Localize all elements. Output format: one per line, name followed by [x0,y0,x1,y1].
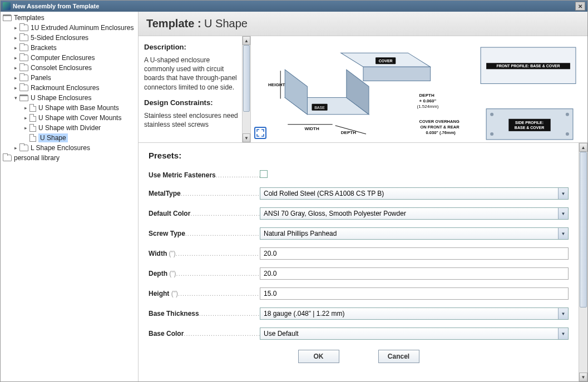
tree-label: 5-Sided Enclosures [31,34,88,42]
template-preview: BASE BASE HEIGHT WIDTH DEPTH [251,36,587,142]
tree-item[interactable]: ▸U Shape with Cover Mounts [1,113,138,123]
tree-label: personal library [14,154,60,162]
field-metaltype: MetalType Cold Rolled Steel (CRS A1008 C… [149,187,569,200]
file-icon [29,104,36,112]
field-width: Width (") [149,247,569,260]
depth-input[interactable] [260,267,569,280]
tree-item[interactable]: ▸L Shape Enclosures [1,143,138,153]
scroll-thumb[interactable] [580,152,587,307]
expand-icon[interactable]: ▸ [13,145,18,151]
window-title: New Assembly from Template [13,3,99,9]
diagram-front-profile: FRONT PROFILE: BASE & COVER [496,64,560,68]
diagram-cover-label: COVER [379,59,393,63]
tree-root-templates[interactable]: Templates [1,13,138,23]
expand-icon[interactable]: ▸ [13,25,18,31]
tree-label: Rackmount Enclosures [31,84,99,92]
baseth-label: Base Thickness [149,310,199,317]
basec-label: Base Color [149,330,184,338]
color-select[interactable]: ANSI 70 Gray, Gloss, Smooth Polyester Po… [260,207,569,220]
svg-point-13 [490,113,493,116]
baseth-select[interactable]: 18 gauge (.048" | 1.22 mm)▼ [260,307,569,320]
diagram-overhang1: COVER OVERHANG [419,119,459,124]
file-icon [29,114,36,122]
screw-select[interactable]: Natural Phillips Panhead▼ [260,227,569,240]
constraints-body: Stainless steel enclosures need stainles… [144,111,239,129]
metaltype-value: Cold Rolled Steel (CRS A1008 CS TP B) [264,190,384,197]
tree-item[interactable]: ▸Rackmount Enclosures [1,83,138,93]
diagram-depth-note2: + 0.060" [419,98,437,103]
scroll-track[interactable] [579,152,587,373]
svg-point-15 [490,132,493,136]
tree-item-selected[interactable]: U Shape [1,133,138,143]
depth-unit: (") [169,270,176,277]
tree-item[interactable]: ▸5-Sided Enclosures [1,33,138,43]
tree-item[interactable]: ▸U Shape with Base Mounts [1,103,138,113]
expand-icon[interactable]: ▸ [13,45,18,51]
presets-scrollbar[interactable]: ▲ ▼ [579,143,587,381]
tree-item[interactable]: ▸Consolet Enclosures [1,63,138,73]
folder-open-icon [19,95,28,101]
template-tree: Templates ▸1U Extruded Aluminum Enclosur… [1,12,139,381]
folder-icon [19,54,28,61]
presets-section: Presets: Use Metric Fasteners MetalType … [139,143,587,381]
tree-item[interactable]: ▸1U Extruded Aluminum Enclosures [1,23,138,33]
chevron-down-icon: ▼ [558,208,568,219]
field-height: Height (") [149,287,569,300]
folder-icon [19,44,28,51]
expand-icon[interactable]: ▸ [23,125,28,131]
field-screwtype: Screw Type Natural Phillips Panhead▼ [149,227,569,240]
chevron-down-icon: ▼ [558,228,568,239]
color-value: ANSI 70 Gray, Gloss, Smooth Polyester Po… [264,210,406,217]
tree-item-ushape-folder[interactable]: ▾U Shape Enclosures [1,93,138,103]
cancel-button[interactable]: Cancel [378,350,419,363]
basec-select[interactable]: Use Default▼ [260,328,569,340]
constraints-heading: Design Constraints: [144,98,239,107]
height-label: Height [149,290,169,297]
presets-body: Presets: Use Metric Fasteners MetalType … [139,143,579,381]
tree-item[interactable]: ▸Panels [1,73,138,83]
expand-icon[interactable]: ▸ [13,85,18,91]
tree-label: Consolet Enclosures [31,64,92,72]
tree-label: U Shape [38,133,68,142]
file-icon [29,124,36,132]
expand-preview-button[interactable] [254,127,266,139]
expand-icon [256,129,264,137]
close-button[interactable]: ✕ [575,2,585,11]
folder-icon [19,24,28,31]
diagram-overhang2: ON FRONT & REAR [421,125,460,130]
metric-checkbox[interactable] [260,170,268,178]
scroll-up-icon[interactable]: ▲ [579,143,587,152]
tree-item[interactable]: ▸Brackets [1,43,138,53]
expand-icon[interactable]: ▸ [13,75,18,81]
template-title-name: U Shape [204,17,248,29]
expand-icon[interactable]: ▸ [23,115,28,121]
expand-icon[interactable]: ▸ [13,35,18,41]
field-metric: Use Metric Fasteners [149,170,569,180]
height-unit: (") [171,290,178,297]
expand-icon[interactable]: ▸ [23,105,28,111]
scroll-thumb[interactable] [243,45,250,112]
tree-item[interactable]: ▸Computer Enclosures [1,53,138,63]
tree-root-personal[interactable]: personal library [1,153,138,163]
scroll-down-icon[interactable]: ▼ [579,373,587,381]
scroll-up-icon[interactable]: ▲ [243,36,250,45]
expand-icon[interactable]: ▸ [13,55,18,61]
expand-icon[interactable]: ▸ [13,65,18,71]
template-title: Template : U Shape [146,17,580,30]
tree-item[interactable]: ▸U Shape with Divider [1,123,138,133]
height-input[interactable] [260,287,569,300]
svg-point-16 [566,132,569,136]
description-scrollbar[interactable]: ▲ ▼ [242,36,251,142]
metaltype-select[interactable]: Cold Rolled Steel (CRS A1008 CS TP B)▼ [260,187,569,200]
scroll-track[interactable] [243,45,250,133]
chevron-down-icon: ▼ [558,308,568,319]
tree-label: U Shape with Base Mounts [38,104,119,112]
ok-button[interactable]: OK [298,350,339,363]
collapse-icon[interactable]: ▾ [13,95,18,101]
width-unit: (") [169,250,176,257]
scroll-down-icon[interactable]: ▼ [243,133,250,142]
file-icon [29,134,36,142]
presets-title: Presets: [149,151,569,160]
width-input[interactable] [260,247,569,260]
button-row: OK Cancel [149,350,569,363]
